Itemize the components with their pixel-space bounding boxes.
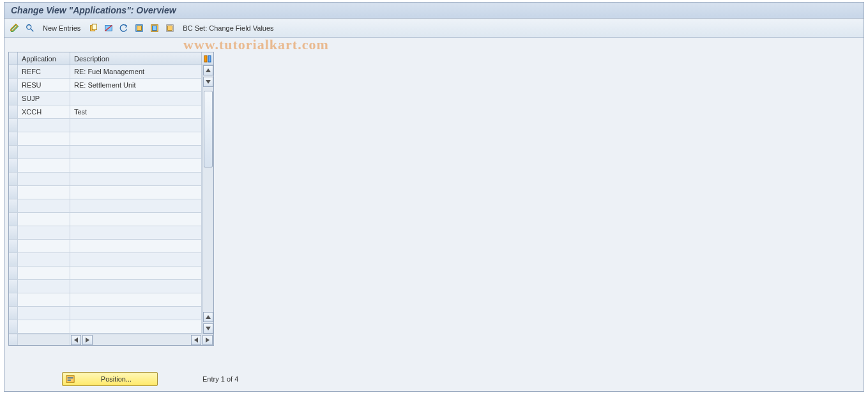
table-row[interactable] <box>9 186 202 199</box>
table-row[interactable]: XCCHTest <box>9 105 202 119</box>
cell-application[interactable] <box>18 213 70 226</box>
cell-description[interactable] <box>70 132 202 146</box>
scroll-down-small-icon[interactable] <box>203 77 213 87</box>
table-row[interactable] <box>9 213 202 226</box>
scroll-up-icon[interactable] <box>203 65 213 75</box>
table-row[interactable] <box>9 199 202 213</box>
row-selector[interactable] <box>9 253 18 267</box>
select-all-icon[interactable] <box>133 22 146 35</box>
cell-application[interactable] <box>18 159 70 173</box>
cell-description[interactable] <box>70 146 202 159</box>
undo-icon[interactable] <box>118 22 130 35</box>
cell-application[interactable] <box>18 253 70 267</box>
cell-application[interactable] <box>18 280 70 293</box>
cell-application[interactable]: REFC <box>18 65 70 79</box>
cell-application[interactable] <box>18 307 70 320</box>
scroll-down-icon[interactable] <box>203 323 213 334</box>
cell-application[interactable] <box>18 240 70 253</box>
scroll-left-end-icon[interactable] <box>191 335 201 345</box>
cell-description[interactable] <box>70 159 202 173</box>
table-row[interactable] <box>9 119 202 132</box>
cell-application[interactable]: SUJP <box>18 92 70 105</box>
vertical-scrollbar[interactable] <box>202 65 213 334</box>
toggle-edit-icon[interactable] <box>8 22 21 35</box>
cell-application[interactable] <box>18 226 70 240</box>
cell-description[interactable]: RE: Settlement Unit <box>70 79 202 92</box>
table-row[interactable] <box>9 132 202 146</box>
select-all-header[interactable] <box>9 52 18 65</box>
cell-application[interactable] <box>18 267 70 280</box>
cell-application[interactable]: RESU <box>18 79 70 92</box>
scroll-left-icon[interactable] <box>71 335 81 345</box>
row-selector[interactable] <box>9 79 18 92</box>
cell-description[interactable] <box>70 92 202 105</box>
cell-application[interactable]: XCCH <box>18 105 70 119</box>
row-selector[interactable] <box>9 307 18 320</box>
table-row[interactable] <box>9 267 202 280</box>
cell-description[interactable] <box>70 293 202 307</box>
row-selector[interactable] <box>9 65 18 79</box>
copy-icon[interactable] <box>87 22 100 35</box>
new-entries-button[interactable]: New Entries <box>39 22 84 35</box>
cell-application[interactable] <box>18 119 70 132</box>
find-icon[interactable] <box>24 22 36 35</box>
table-row[interactable] <box>9 146 202 159</box>
cell-application[interactable] <box>18 199 70 213</box>
row-selector[interactable] <box>9 146 18 159</box>
cell-application[interactable] <box>18 146 70 159</box>
position-button[interactable]: Position... <box>62 372 158 386</box>
table-row[interactable] <box>9 320 202 334</box>
cell-description[interactable] <box>70 119 202 132</box>
cell-description[interactable] <box>70 267 202 280</box>
row-selector[interactable] <box>9 226 18 240</box>
cell-description[interactable] <box>70 307 202 320</box>
table-row[interactable] <box>9 240 202 253</box>
row-selector[interactable] <box>9 173 18 186</box>
table-row[interactable]: REFCRE: Fuel Management <box>9 65 202 79</box>
cell-application[interactable] <box>18 132 70 146</box>
cell-description[interactable] <box>70 320 202 334</box>
cell-application[interactable] <box>18 320 70 334</box>
cell-description[interactable] <box>70 240 202 253</box>
cell-description[interactable]: Test <box>70 105 202 119</box>
select-block-icon[interactable] <box>148 22 161 35</box>
cell-application[interactable] <box>18 293 70 307</box>
table-row[interactable]: RESURE: Settlement Unit <box>9 79 202 92</box>
scroll-thumb[interactable] <box>204 91 213 167</box>
cell-description[interactable] <box>70 280 202 293</box>
row-selector[interactable] <box>9 240 18 253</box>
table-row[interactable] <box>9 280 202 293</box>
cell-application[interactable] <box>18 173 70 186</box>
cell-description[interactable] <box>70 213 202 226</box>
cell-description[interactable] <box>70 173 202 186</box>
row-selector[interactable] <box>9 105 18 119</box>
delete-icon[interactable] <box>102 22 115 35</box>
table-row[interactable] <box>9 173 202 186</box>
table-row[interactable] <box>9 159 202 173</box>
col-header-application[interactable]: Application <box>18 52 70 65</box>
cell-description[interactable] <box>70 253 202 267</box>
scroll-right-icon[interactable] <box>202 335 213 345</box>
cell-description[interactable] <box>70 226 202 240</box>
row-selector[interactable] <box>9 199 18 213</box>
table-row[interactable] <box>9 307 202 320</box>
table-row[interactable] <box>9 226 202 240</box>
row-selector[interactable] <box>9 267 18 280</box>
row-selector[interactable] <box>9 320 18 334</box>
scroll-up-bottom-icon[interactable] <box>203 312 213 322</box>
col-header-description[interactable]: Description <box>70 52 202 65</box>
row-selector[interactable] <box>9 132 18 146</box>
row-selector[interactable] <box>9 186 18 199</box>
bc-set-button[interactable]: BC Set: Change Field Values <box>179 22 277 35</box>
cell-application[interactable] <box>18 186 70 199</box>
horizontal-scrollbar[interactable] <box>9 334 213 345</box>
row-selector[interactable] <box>9 159 18 173</box>
cell-description[interactable] <box>70 199 202 213</box>
cell-description[interactable] <box>70 186 202 199</box>
scroll-right-small-icon[interactable] <box>82 335 93 345</box>
table-row[interactable]: SUJP <box>9 92 202 105</box>
table-row[interactable] <box>9 293 202 307</box>
table-config-icon[interactable] <box>202 52 213 65</box>
row-selector[interactable] <box>9 293 18 307</box>
cell-description[interactable]: RE: Fuel Management <box>70 65 202 79</box>
